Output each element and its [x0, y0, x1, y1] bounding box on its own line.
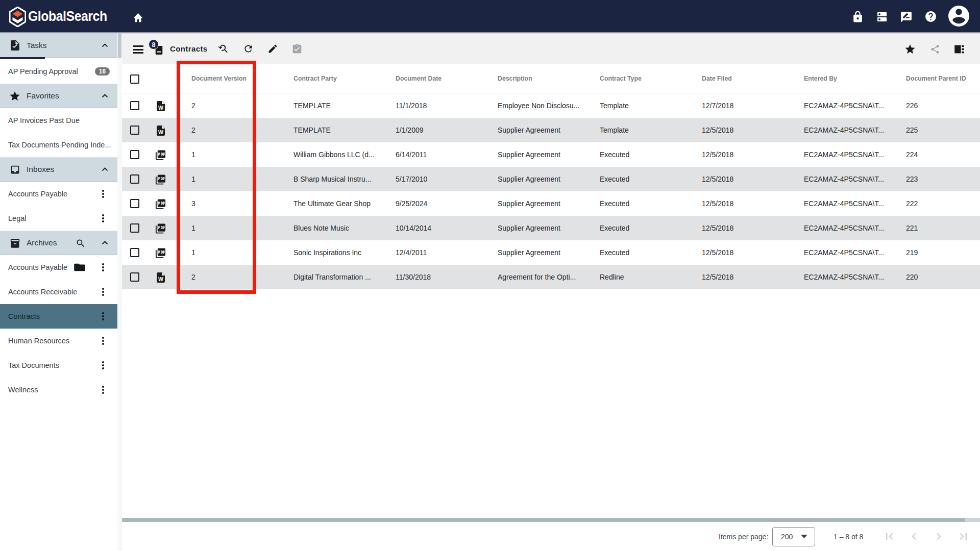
svg-text:W: W [158, 276, 163, 282]
svg-text:W: W [158, 129, 163, 135]
svg-text:W: W [158, 105, 163, 111]
